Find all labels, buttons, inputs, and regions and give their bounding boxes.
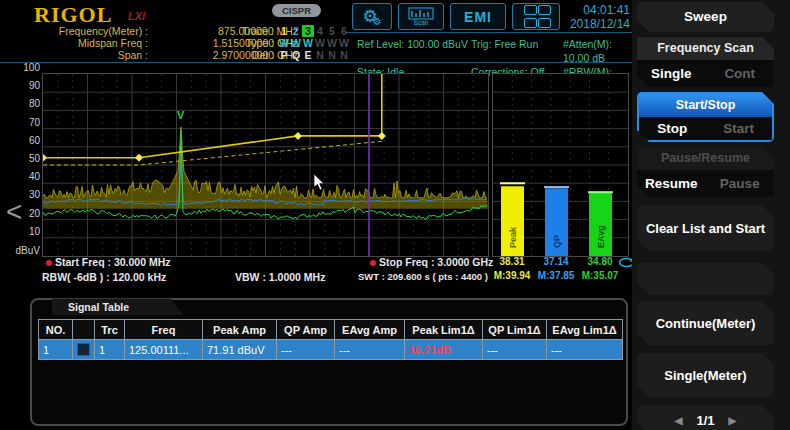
y-tick-label: 100 — [23, 62, 40, 73]
trace-info-row: Det :PQENNN — [232, 49, 357, 61]
table-cell — [73, 340, 95, 360]
table-header-cell: Peak Lim1Δ — [405, 320, 483, 340]
meter-bar-max-value: M:37.85 — [536, 270, 576, 281]
limit-line-dashed — [43, 141, 382, 165]
page-control[interactable]: ◀ 1/1 ▶ — [637, 405, 774, 430]
y-tick-label: 70 — [29, 117, 40, 128]
meter-bar-chart: PeakQPEAvg — [492, 73, 629, 257]
trig-label: Trig: Free Run — [471, 37, 563, 65]
header-divider-line — [345, 32, 632, 33]
clock: 04:01:41 2018/12/14 — [560, 3, 630, 31]
trace-indicator: N — [326, 49, 338, 61]
resume-option[interactable]: Resume — [637, 176, 706, 191]
trace-indicator: P — [278, 49, 290, 61]
meter-bar-label: EAvg — [596, 225, 606, 248]
table-header-cell: Freq — [125, 320, 203, 340]
clear-list-and-start-button[interactable]: Clear List and Start — [637, 205, 774, 251]
y-tick-label: 90 — [29, 80, 40, 91]
grid-icon — [524, 5, 549, 28]
stop-freq-label: Stop Freq : 3.0000 GHz — [370, 256, 493, 268]
trace-indicator: E — [302, 49, 314, 61]
signal-table-panel — [30, 298, 628, 426]
stop-option[interactable]: Stop — [639, 121, 706, 136]
mouse-cursor-icon — [314, 174, 324, 190]
table-header-cell: Trc — [95, 320, 125, 340]
table-cell: --- — [483, 340, 547, 360]
settings-button[interactable]: ⚙⚙ — [352, 3, 392, 30]
sidebar-title: Sweep — [637, 2, 774, 32]
signal-table: NO.TrcFreqPeak AmpQP AmpEAvg AmpPeak Lim… — [38, 319, 623, 360]
trace-indicator: 3 — [302, 25, 314, 37]
table-cell: --- — [277, 340, 335, 360]
emi-button-label: EMI — [464, 9, 492, 25]
start-stop-group: Start/Stop Stop Start — [637, 92, 774, 142]
atten-label: #Atten(M): 10.00 dB — [563, 37, 631, 65]
trace-indicator: W — [302, 37, 314, 49]
limit-breakpoint-marker — [294, 132, 302, 140]
single-meter-button[interactable]: Single(Meter) — [637, 353, 774, 397]
freq-scan-cont-option[interactable]: Cont — [706, 66, 775, 81]
signal-table-tab[interactable]: Signal Table — [52, 298, 184, 315]
y-tick-label: 40 — [29, 171, 40, 182]
meter-bar-label: QP — [552, 235, 562, 248]
sidebar-menu: Sweep Frequency Scan Single Cont Start/S… — [632, 0, 790, 430]
trace-indicator: 2 — [290, 25, 302, 37]
lxi-logo: LXI — [128, 10, 145, 22]
table-cell: 71.91 dBuV — [203, 340, 277, 360]
trace-indicator: W — [290, 37, 302, 49]
meter-bar-max-value: M:35.07 — [580, 270, 620, 281]
pause-option[interactable]: Pause — [706, 176, 775, 191]
y-axis-unit: dBuV — [8, 245, 40, 256]
limit-line-solid — [43, 73, 382, 158]
table-cell: --- — [335, 340, 405, 360]
trace-indicator: W — [326, 37, 338, 49]
table-header-cell: QP Amp — [277, 320, 335, 340]
meter-bar-value: 34.80 — [580, 256, 620, 267]
trace-info-row: Trace :123456 — [232, 25, 357, 37]
freq-scan-header: Frequency Scan — [637, 37, 774, 60]
trace-indicator: 6 — [338, 25, 350, 37]
page-next-icon[interactable]: ▶ — [729, 415, 737, 426]
vbw-label: VBW : 1.0000 MHz — [235, 271, 325, 283]
row-checkbox[interactable] — [77, 343, 90, 356]
table-header-cell: EAvg Amp — [335, 320, 405, 340]
start-stop-header: Start/Stop — [639, 94, 772, 117]
table-cell: 1 — [39, 340, 73, 360]
start-freq-dot-icon — [46, 260, 52, 266]
page-prev-icon[interactable]: ◀ — [675, 415, 683, 426]
freq-scan-single-option[interactable]: Single — [637, 66, 706, 81]
pause-resume-header: Pause/Resume — [637, 147, 774, 170]
trace-indicator: 1 — [278, 25, 290, 37]
trace-indicator: W — [314, 37, 326, 49]
y-tick-label: 30 — [29, 189, 40, 200]
analyzer-screen: RIGOL LXI CISPR ⚙⚙ Scan EMI 04:01:41 201… — [0, 0, 790, 430]
table-cell: 125.00111... — [125, 340, 203, 360]
table-header-cell: EAvg Lim1Δ — [547, 320, 623, 340]
meter-bar-max-value: M:39.94 — [492, 270, 532, 281]
rbw-label: RBW( -6dB ) : 120.00 kHz — [42, 271, 166, 283]
swt-label: SWT : 209.600 s ( pts : 4400 ) — [358, 271, 488, 282]
trace-indicator: N — [338, 49, 350, 61]
y-tick-label: 80 — [29, 98, 40, 109]
meter-bar-label: Peak — [508, 226, 518, 248]
meter-bar-value: 37.14 — [536, 256, 576, 267]
scan-button-label: Scan — [414, 20, 429, 26]
trace-indicator: N — [314, 49, 326, 61]
layout-button[interactable] — [512, 3, 560, 30]
continue-meter-button[interactable]: Continue(Meter) — [637, 301, 774, 345]
meter-bar-value: 38.31 — [492, 256, 532, 267]
signal-table-row[interactable]: 11125.00111...71.91 dBuV------16.21dB---… — [39, 340, 623, 360]
left-chevron-icon[interactable]: < — [6, 197, 22, 227]
y-tick-label: 20 — [29, 208, 40, 219]
page-label: 1/1 — [696, 413, 714, 428]
trace-indicator: W — [278, 37, 290, 49]
emi-mode-button[interactable]: EMI — [450, 3, 506, 30]
table-header-cell: Peak Amp — [203, 320, 277, 340]
empty-softkey-button[interactable] — [637, 263, 774, 295]
start-option[interactable]: Start — [706, 121, 773, 136]
start-freq-label: Start Freq : 30.000 MHz — [46, 256, 171, 268]
peak-marker-icon: V — [177, 109, 185, 121]
limit-breakpoint-marker — [42, 154, 47, 162]
scan-mode-button[interactable]: Scan — [398, 3, 444, 30]
trace-indicator: 5 — [326, 25, 338, 37]
